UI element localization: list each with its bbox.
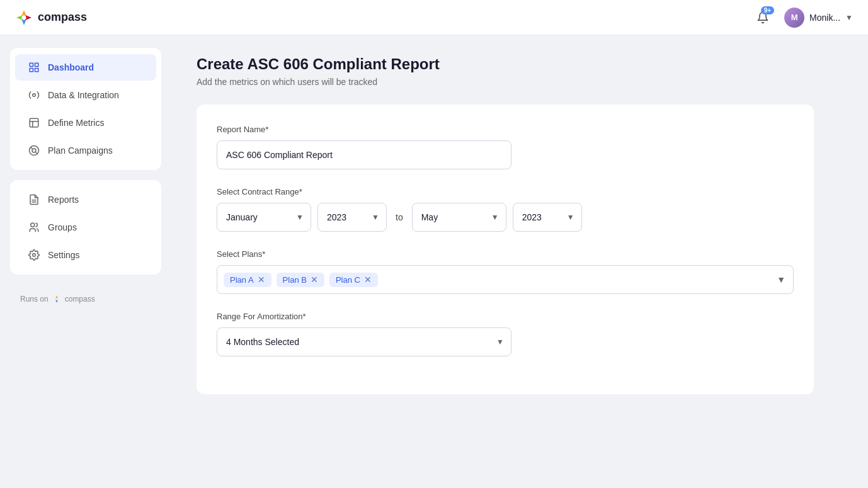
logo-icon [15, 9, 33, 26]
user-name: Monik... [809, 13, 840, 23]
svg-rect-5 [35, 63, 38, 66]
plans-chevron: ▼ [777, 275, 785, 285]
footer-brand: compass [65, 295, 95, 304]
sidebar-item-data-integration[interactable]: Data & Integration [15, 82, 156, 108]
svg-rect-9 [30, 118, 38, 127]
sidebar-item-plan-campaigns[interactable]: Plan Campaigns [15, 137, 156, 164]
contract-range-group: Select Contract Range* JanuaryFebruaryMa… [217, 187, 794, 232]
from-year-select[interactable]: 20212022202320242025 [317, 203, 387, 232]
sidebar-label-define-metrics: Define Metrics [48, 118, 104, 128]
to-month-select[interactable]: JanuaryFebruaryMarch AprilMayJune JulyAu… [412, 203, 506, 232]
sidebar-label-dashboard: Dashboard [48, 62, 94, 72]
plan-tag-c: Plan C ✕ [329, 273, 378, 287]
sidebar-label-plan-campaigns: Plan Campaigns [48, 145, 113, 156]
sidebar-item-dashboard[interactable]: Dashboard [15, 54, 156, 81]
plan-tag-b-remove[interactable]: ✕ [311, 275, 318, 284]
svg-line-13 [36, 152, 37, 154]
contract-range-label: Select Contract Range* [217, 187, 794, 196]
report-name-label: Report Name* [217, 125, 794, 134]
svg-point-16 [31, 223, 35, 227]
sidebar: Dashboard Data & Integration Define Metr… [0, 35, 171, 488]
svg-marker-19 [55, 300, 58, 303]
top-navigation: compass 9+ M Monik... ▼ [0, 0, 868, 35]
plan-tag-a: Plan A ✕ [224, 273, 271, 287]
svg-point-8 [33, 94, 36, 97]
layout: Dashboard Data & Integration Define Metr… [0, 35, 868, 488]
plan-tag-b-label: Plan B [283, 275, 307, 285]
plan-tag-c-label: Plan C [336, 275, 360, 285]
groups-icon [28, 221, 40, 234]
to-year-select[interactable]: 20212022202320242025 [513, 203, 582, 232]
from-month-wrapper: JanuaryFebruaryMarch AprilMayJune JulyAu… [217, 203, 311, 232]
to-month-wrapper: JanuaryFebruaryMarch AprilMayJune JulyAu… [412, 203, 506, 232]
svg-marker-2 [16, 15, 23, 20]
svg-rect-7 [30, 69, 33, 72]
logo: compass [15, 9, 87, 26]
svg-point-17 [33, 254, 36, 257]
svg-marker-18 [55, 295, 58, 298]
form-card: Report Name* Select Contract Range* Janu… [197, 105, 814, 394]
plans-group: Select Plans* Plan A ✕ Plan B ✕ Plan C ✕… [217, 249, 794, 294]
sidebar-item-define-metrics[interactable]: Define Metrics [15, 110, 156, 136]
reports-icon [28, 193, 40, 206]
topnav-right: 9+ M Monik... ▼ [751, 6, 853, 29]
amort-select[interactable]: 1 Month Selected 2 Months Selected 3 Mon… [217, 327, 511, 356]
main-content: Create ASC 606 Compliant Report Add the … [171, 35, 868, 488]
svg-rect-6 [35, 69, 38, 72]
sidebar-label-reports: Reports [48, 195, 79, 205]
plans-select-box[interactable]: Plan A ✕ Plan B ✕ Plan C ✕ ▼ [217, 265, 794, 294]
svg-marker-3 [25, 15, 31, 20]
report-name-input[interactable] [217, 140, 511, 169]
sidebar-item-settings[interactable]: Settings [15, 242, 156, 268]
amortization-group: Range For Amortization* 1 Month Selected… [217, 312, 794, 356]
sidebar-group-main: Dashboard Data & Integration Define Metr… [10, 48, 161, 170]
avatar: M [784, 8, 804, 28]
to-year-wrapper: 20212022202320242025 ▼ [513, 203, 582, 232]
sidebar-label-data-integration: Data & Integration [48, 90, 119, 100]
sidebar-item-reports[interactable]: Reports [15, 186, 156, 213]
plan-tag-c-remove[interactable]: ✕ [364, 275, 372, 284]
data-integration-icon [28, 89, 40, 101]
range-separator: to [393, 212, 406, 222]
notification-badge: 9+ [761, 6, 774, 14]
contract-range-row: JanuaryFebruaryMarch AprilMayJune JulyAu… [217, 203, 794, 232]
amort-label: Range For Amortization* [217, 312, 794, 321]
from-year-wrapper: 20212022202320242025 ▼ [317, 203, 387, 232]
chevron-down-icon: ▼ [845, 13, 853, 22]
user-menu-button[interactable]: M Monik... ▼ [784, 8, 853, 28]
sidebar-item-groups[interactable]: Groups [15, 214, 156, 241]
sidebar-group-secondary: Reports Groups Settings [10, 180, 161, 275]
plans-label: Select Plans* [217, 249, 794, 259]
plan-tag-a-remove[interactable]: ✕ [258, 275, 265, 284]
svg-line-12 [31, 147, 32, 149]
plan-campaigns-icon [28, 144, 40, 157]
plan-tag-b: Plan B ✕ [277, 273, 324, 287]
dashboard-icon [28, 61, 40, 74]
sidebar-label-settings: Settings [48, 250, 80, 260]
notifications-button[interactable]: 9+ [751, 6, 774, 29]
logo-text: compass [38, 11, 87, 24]
page-subtitle: Add the metrics on which users will be t… [197, 77, 843, 87]
footer-runs-on: Runs on [20, 295, 49, 304]
svg-rect-4 [30, 63, 33, 66]
footer-compass-icon [52, 295, 61, 304]
page-title: Create ASC 606 Compliant Report [197, 55, 843, 73]
sidebar-footer: Runs on compass [10, 285, 161, 314]
amort-select-wrapper: 1 Month Selected 2 Months Selected 3 Mon… [217, 327, 511, 356]
settings-icon [28, 249, 40, 261]
define-metrics-icon [28, 116, 40, 129]
plan-tag-a-label: Plan A [230, 275, 254, 285]
from-month-select[interactable]: JanuaryFebruaryMarch AprilMayJune JulyAu… [217, 203, 311, 232]
sidebar-label-groups: Groups [48, 222, 77, 232]
svg-point-11 [32, 149, 36, 152]
report-name-group: Report Name* [217, 125, 794, 169]
